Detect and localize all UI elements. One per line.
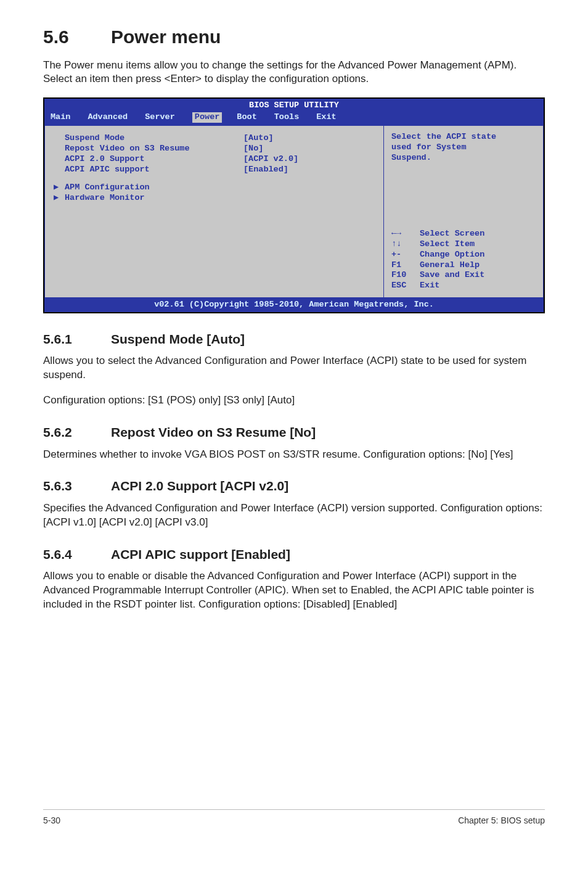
bios-item-label: ACPI APIC support: [65, 165, 243, 175]
bios-nav-row: F1General Help: [391, 260, 536, 271]
chapter-label: Chapter 5: BIOS setup: [458, 815, 545, 827]
page-footer: 5-30 Chapter 5: BIOS setup: [43, 809, 545, 827]
bios-submenu-apm[interactable]: ▶APM Configuration: [54, 183, 375, 193]
section-heading: 5.6Power menu: [43, 25, 545, 50]
subsection-number: 5.6.4: [43, 546, 111, 563]
subsection-heading: 5.6.1Suspend Mode [Auto]: [43, 331, 545, 348]
bios-item-label: Suspend Mode: [65, 133, 243, 144]
bios-tab-power[interactable]: Power: [192, 112, 223, 123]
section-title: Power menu: [111, 27, 221, 47]
section-number: 5.6: [43, 25, 111, 50]
bios-submenu-label: Hardware Monitor: [65, 193, 243, 204]
bios-row-suspend-mode[interactable]: Suspend Mode[Auto]: [54, 133, 375, 144]
bios-item-value: [Auto]: [243, 133, 274, 144]
bios-help-line: Suspend.: [391, 153, 536, 163]
body-paragraph: Allows you to enable or disable the Adva…: [43, 569, 545, 612]
bios-tab-main[interactable]: Main: [51, 112, 81, 123]
bios-help-line: Select the ACPI state: [391, 132, 536, 142]
bios-item-value: [No]: [243, 144, 263, 154]
subsection-title: Repost Video on S3 Resume [No]: [111, 425, 316, 439]
bios-left-pane: Suspend Mode[Auto] Repost Video on S3 Re…: [44, 125, 383, 298]
bios-nav-action: General Help: [420, 260, 480, 271]
bios-nav-key: ↑↓: [391, 239, 420, 250]
bios-right-pane: Select the ACPI state used for System Su…: [383, 125, 544, 298]
bios-footer: v02.61 (C)Copyright 1985-2010, American …: [44, 298, 544, 312]
subsection-heading: 5.6.4ACPI APIC support [Enabled]: [43, 546, 545, 563]
bios-title: BIOS SETUP UTILITY: [44, 99, 544, 112]
bios-content: Suspend Mode[Auto] Repost Video on S3 Re…: [44, 125, 544, 298]
bios-tab-boot[interactable]: Boot: [237, 112, 267, 123]
subsection-number: 5.6.3: [43, 477, 111, 495]
bios-row-acpi-20[interactable]: ACPI 2.0 Support[ACPI v2.0]: [54, 154, 375, 165]
bios-item-label: Repost Video on S3 Resume: [65, 144, 243, 154]
bios-nav-key: ←→: [391, 229, 420, 239]
subsection-number: 5.6.2: [43, 424, 111, 441]
bios-nav-legend: ←→Select Screen ↑↓Select Item +-Change O…: [391, 229, 536, 291]
page-number: 5-30: [43, 815, 60, 827]
subsection-heading: 5.6.2Repost Video on S3 Resume [No]: [43, 424, 545, 441]
bios-nav-row: +-Change Option: [391, 250, 536, 260]
bios-tab-exit[interactable]: Exit: [316, 112, 347, 123]
subsection-title: ACPI 2.0 Support [ACPI v2.0]: [111, 479, 288, 493]
intro-paragraph: The Power menu items allow you to change…: [43, 59, 545, 87]
bios-row-acpi-apic[interactable]: ACPI APIC support[Enabled]: [54, 165, 375, 175]
bios-submenu-label: APM Configuration: [65, 183, 243, 193]
bios-nav-row: F10Save and Exit: [391, 270, 536, 281]
subsection-heading: 5.6.3ACPI 2.0 Support [ACPI v2.0]: [43, 477, 545, 495]
bios-tab-tools[interactable]: Tools: [274, 112, 311, 123]
bios-item-label: ACPI 2.0 Support: [65, 154, 243, 165]
bios-tab-advanced[interactable]: Advanced: [88, 112, 139, 123]
bios-screenshot: BIOS SETUP UTILITY Main Advanced Server …: [43, 97, 545, 313]
body-paragraph: Determines whether to invoke VGA BIOS PO…: [43, 448, 545, 462]
bios-row-repost-video[interactable]: Repost Video on S3 Resume[No]: [54, 144, 375, 154]
bios-nav-row: ←→Select Screen: [391, 229, 536, 239]
bios-submenu-hwmonitor[interactable]: ▶Hardware Monitor: [54, 193, 375, 204]
bios-tab-server[interactable]: Server: [145, 112, 186, 123]
submenu-arrow-icon: ▶: [54, 193, 65, 204]
submenu-arrow-icon: ▶: [54, 183, 65, 193]
bios-nav-row: ↑↓Select Item: [391, 239, 536, 250]
bios-nav-key: ESC: [391, 281, 420, 291]
bios-help-line: used for System: [391, 142, 536, 153]
bios-nav-key: F10: [391, 270, 420, 281]
bios-nav-row: ESCExit: [391, 281, 536, 291]
subsection-title: ACPI APIC support [Enabled]: [111, 547, 290, 561]
subsection-title: Suspend Mode [Auto]: [111, 332, 245, 346]
bios-item-value: [ACPI v2.0]: [243, 154, 298, 165]
bios-nav-key: F1: [391, 260, 420, 271]
body-paragraph: Configuration options: [S1 (POS) only] […: [43, 394, 545, 408]
subsection-number: 5.6.1: [43, 331, 111, 348]
bios-nav-action: Exit: [420, 281, 439, 291]
bios-nav-action: Select Screen: [420, 229, 484, 239]
body-paragraph: Specifies the Advanced Configuration and…: [43, 501, 545, 530]
bios-nav-action: Change Option: [420, 250, 484, 260]
bios-nav-action: Save and Exit: [420, 270, 484, 281]
bios-nav-action: Select Item: [420, 239, 475, 250]
bios-tab-bar: Main Advanced Server Power Boot Tools Ex…: [44, 112, 544, 125]
bios-item-value: [Enabled]: [243, 165, 288, 175]
bios-nav-key: +-: [391, 250, 420, 260]
body-paragraph: Allows you to select the Advanced Config…: [43, 354, 545, 382]
bios-help-text: Select the ACPI state used for System Su…: [391, 132, 536, 163]
